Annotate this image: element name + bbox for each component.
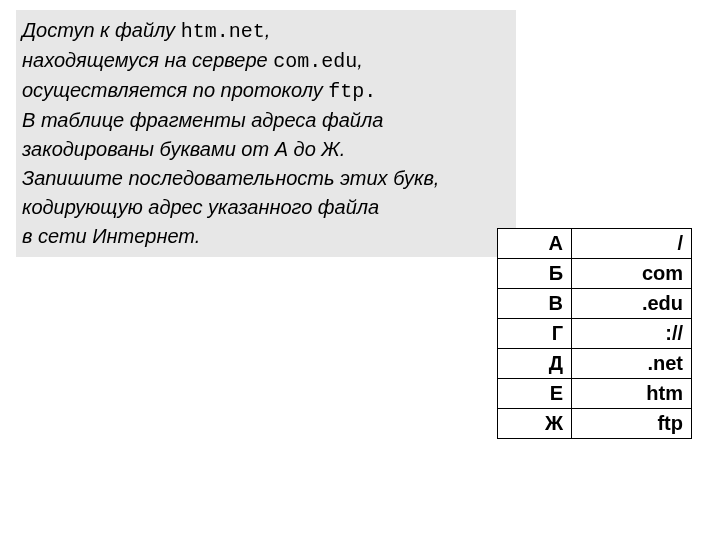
fragment-letter: А	[498, 229, 572, 259]
table-row: А /	[498, 229, 692, 259]
q-line2-mono: com.edu	[273, 50, 357, 73]
fragment-letter: Д	[498, 349, 572, 379]
q-line3-mono: ftp.	[328, 80, 376, 103]
q-line1-pre: Доступ к файлу	[22, 19, 181, 41]
fragment-value: htm	[572, 379, 692, 409]
table-row: Б com	[498, 259, 692, 289]
fragment-value: ftp	[572, 409, 692, 439]
table-row: Е htm	[498, 379, 692, 409]
fragment-value: /	[572, 229, 692, 259]
fragment-letter: Ж	[498, 409, 572, 439]
fragment-value: ://	[572, 319, 692, 349]
q-line2-pre: находящемуся на сервере	[22, 49, 273, 71]
fragments-table: А / Б com В .edu Г :// Д .net Е htm Ж ft…	[497, 228, 692, 439]
fragment-value: com	[572, 259, 692, 289]
table-row: Г ://	[498, 319, 692, 349]
q-line2-post: ,	[357, 49, 363, 71]
q-line7: кодирующую адрес указанного файла	[22, 196, 379, 218]
fragment-letter: Е	[498, 379, 572, 409]
table-row: В .edu	[498, 289, 692, 319]
q-line6: Запишите последовательность этих букв,	[22, 167, 439, 189]
question-text: Доступ к файлу htm.net, находящемуся на …	[16, 10, 516, 257]
q-line3-pre: осуществляется по протоколу	[22, 79, 328, 101]
fragment-value: .net	[572, 349, 692, 379]
fragment-value: .edu	[572, 289, 692, 319]
fragment-letter: В	[498, 289, 572, 319]
table-row: Д .net	[498, 349, 692, 379]
fragment-letter: Б	[498, 259, 572, 289]
table-row: Ж ftp	[498, 409, 692, 439]
q-line1-mono: htm.net	[181, 20, 265, 43]
q-line8: в сети Интернет.	[22, 225, 200, 247]
q-line4: В таблице фрагменты адреса файла	[22, 109, 383, 131]
q-line5: закодированы буквами от А до Ж.	[22, 138, 345, 160]
q-line1-post: ,	[265, 19, 271, 41]
fragment-letter: Г	[498, 319, 572, 349]
